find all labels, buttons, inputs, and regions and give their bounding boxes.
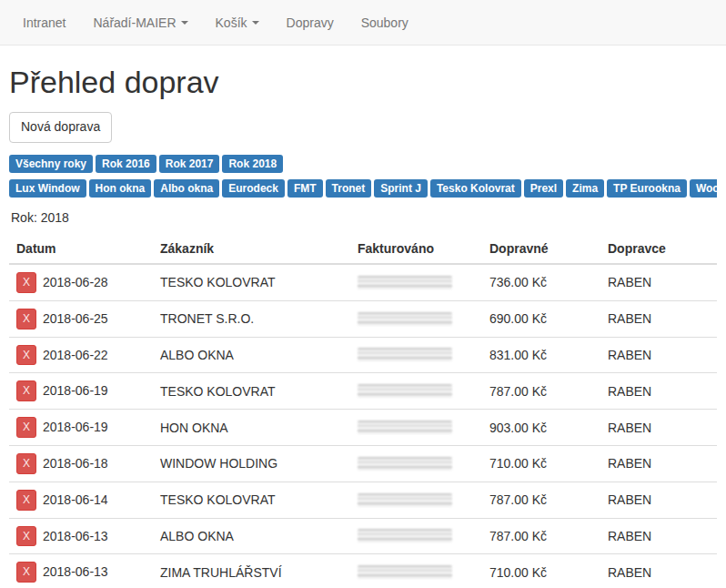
cell-carrier: RABEN [600, 373, 717, 410]
year-filter-rok-2016[interactable]: Rok 2016 [96, 155, 156, 173]
navbar: IntranetNářadí-MAIERKošíkDopravySoubory [0, 0, 726, 46]
table-row: X2018-06-28TESKO KOLOVRAT736.00 KčRABEN [9, 264, 717, 300]
redacted-invoiced-value [358, 565, 452, 579]
transports-table: DatumZákazníkFakturovánoDopravnéDopravce… [9, 234, 717, 588]
transport-date: 2018-06-19 [43, 421, 108, 435]
delete-row-button[interactable]: X [16, 345, 36, 366]
transport-date: 2018-06-19 [43, 384, 108, 399]
cell-invoiced [350, 518, 482, 554]
cell-customer: ALBO OKNA [153, 518, 350, 554]
transport-date: 2018-06-25 [43, 311, 108, 326]
cell-price: 710.00 Kč [482, 554, 600, 588]
cell-carrier: RABEN [600, 337, 717, 373]
cell-customer: TESKO KOLOVRAT [153, 264, 350, 300]
redacted-invoiced-value [358, 529, 452, 542]
cell-carrier: RABEN [600, 264, 717, 300]
redacted-invoiced-value [358, 384, 452, 398]
cell-date: X2018-06-19 [9, 410, 153, 446]
nav-item-dopravy[interactable]: Dopravy [273, 0, 348, 45]
customer-filter-lux-window[interactable]: Lux Window [9, 179, 86, 198]
cell-carrier: RABEN [600, 300, 717, 337]
redacted-invoiced-value [358, 276, 452, 289]
customer-filter-wood-windoor[interactable]: Wood Windoor [690, 179, 717, 198]
cell-price: 787.00 Kč [482, 482, 600, 518]
redacted-invoiced-value [358, 457, 452, 471]
transport-date: 2018-06-14 [43, 492, 108, 507]
customer-filter-sprint-j[interactable]: Sprint J [374, 179, 428, 198]
cell-customer: ALBO OKNA [153, 337, 350, 373]
transport-date: 2018-06-18 [43, 456, 108, 471]
cell-date: X2018-06-18 [9, 445, 153, 482]
chevron-down-icon [252, 21, 259, 25]
year-filter-v-echny-roky[interactable]: Všechny roky [9, 155, 93, 173]
cell-customer: TRONET S.R.O. [153, 300, 350, 337]
nav-item-soubory[interactable]: Soubory [348, 0, 422, 45]
column-header-dopravce: Dopravce [600, 234, 717, 264]
table-row: X2018-06-13ALBO OKNA787.00 KčRABEN [9, 518, 717, 554]
column-header-zákazník: Zákazník [153, 234, 350, 264]
customer-filter-prexl[interactable]: Prexl [524, 179, 563, 198]
delete-row-button[interactable]: X [16, 380, 36, 401]
cell-customer: ZIMA TRUHLÁŘSTVÍ [153, 554, 350, 588]
customer-filter-zima[interactable]: Zima [566, 179, 604, 198]
cell-carrier: RABEN [600, 410, 717, 446]
cell-invoiced [350, 445, 482, 482]
year-filter-rok-2018[interactable]: Rok 2018 [222, 155, 283, 173]
cell-customer: TESKO KOLOVRAT [153, 373, 350, 410]
nav-item-ko-k[interactable]: Košík [202, 0, 273, 45]
column-header-datum: Datum [9, 234, 153, 264]
customer-filter-albo-okna[interactable]: Albo okna [154, 179, 219, 198]
cell-invoiced [350, 300, 482, 337]
cell-date: X2018-06-13 [9, 554, 153, 588]
customer-filter-tronet[interactable]: Tronet [326, 179, 372, 198]
table-row: X2018-06-19HON OKNA903.00 KčRABEN [9, 410, 717, 446]
delete-row-button[interactable]: X [16, 490, 36, 511]
delete-row-button[interactable]: X [16, 309, 36, 329]
delete-row-button[interactable]: X [16, 526, 36, 547]
cell-customer: HON OKNA [153, 410, 350, 446]
cell-price: 690.00 Kč [482, 300, 600, 337]
delete-row-button[interactable]: X [16, 272, 36, 293]
page-content: Přehled doprav Nová doprava Všechny roky… [0, 65, 726, 588]
transport-date: 2018-06-22 [43, 348, 108, 362]
customer-filter-tp-eurookna[interactable]: TP Eurookna [607, 179, 687, 198]
redacted-invoiced-value [358, 421, 452, 434]
table-row: X2018-06-14TESKO KOLOVRAT787.00 KčRABEN [9, 482, 717, 518]
table-row: X2018-06-19TESKO KOLOVRAT787.00 KčRABEN [9, 373, 717, 410]
redacted-invoiced-value [358, 493, 452, 507]
redacted-invoiced-value [358, 348, 452, 361]
table-header-row: DatumZákazníkFakturovánoDopravnéDopravce [9, 234, 717, 264]
customer-filter-tesko-kolovrat[interactable]: Tesko Kolovrat [430, 179, 521, 198]
customer-filter-hon-okna[interactable]: Hon okna [89, 179, 152, 198]
cell-price: 736.00 Kč [482, 264, 600, 300]
customer-filter-eurodeck[interactable]: Eurodeck [222, 179, 285, 198]
cell-date: X2018-06-22 [9, 337, 153, 373]
page-title: Přehled doprav [9, 65, 717, 100]
year-label: Rok: 2018 [11, 210, 717, 225]
cell-invoiced [350, 482, 482, 518]
cell-carrier: RABEN [600, 554, 717, 588]
delete-row-button[interactable]: X [16, 453, 36, 474]
cell-customer: WINDOW HOLDING [153, 445, 350, 482]
cell-date: X2018-06-14 [9, 482, 153, 518]
delete-row-button[interactable]: X [16, 417, 36, 438]
table-row: X2018-06-18WINDOW HOLDING710.00 KčRABEN [9, 445, 717, 482]
year-filter-row: Všechny rokyRok 2016Rok 2017Rok 2018 [9, 155, 717, 173]
transport-date: 2018-06-28 [43, 275, 108, 289]
redacted-invoiced-value [358, 312, 452, 326]
customer-filter-fmt[interactable]: FMT [287, 179, 323, 198]
customer-filter-row: Lux WindowHon oknaAlbo oknaEurodeckFMTTr… [9, 179, 717, 198]
chevron-down-icon [181, 21, 188, 25]
cell-carrier: RABEN [600, 482, 717, 518]
delete-row-button[interactable]: X [16, 562, 36, 583]
cell-date: X2018-06-13 [9, 518, 153, 554]
table-row: X2018-06-13ZIMA TRUHLÁŘSTVÍ710.00 KčRABE… [9, 554, 717, 588]
cell-invoiced [350, 373, 482, 410]
year-filter-rok-2017[interactable]: Rok 2017 [159, 155, 220, 173]
nav-item-n-ad-maier[interactable]: Nářadí-MAIER [79, 0, 201, 45]
cell-price: 831.00 Kč [482, 337, 600, 373]
cell-invoiced [350, 410, 482, 446]
new-transport-button[interactable]: Nová doprava [9, 112, 112, 143]
cell-price: 787.00 Kč [482, 518, 600, 554]
nav-item-intranet[interactable]: Intranet [9, 0, 79, 45]
